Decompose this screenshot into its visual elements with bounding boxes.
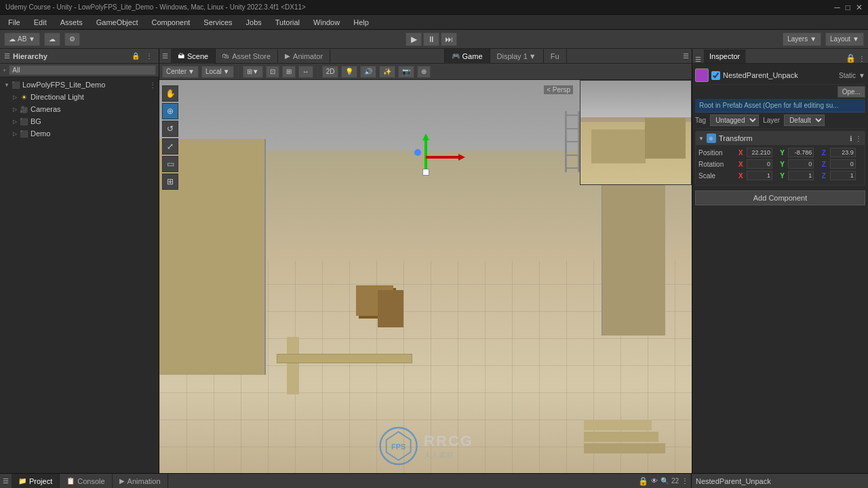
game-scale-btn[interactable]: Fu: [544, 49, 567, 64]
play-btn[interactable]: ▶: [406, 33, 422, 46]
add-hierarchy-btn[interactable]: +: [3, 67, 6, 74]
menu-window[interactable]: Window: [311, 18, 342, 26]
scale-tool[interactable]: ⤢: [162, 138, 178, 155]
step-btn[interactable]: ⏭: [441, 33, 457, 46]
scale-y-input[interactable]: [788, 171, 814, 180]
menu-gameobject[interactable]: GameObject: [94, 18, 141, 26]
2d-btn[interactable]: 2D: [322, 66, 339, 78]
move-tool[interactable]: ↔: [298, 66, 313, 78]
transform-all-tool[interactable]: ⊞: [162, 174, 178, 190]
settings-btn[interactable]: ⚙: [64, 33, 80, 46]
project-lock-icon[interactable]: 🔒: [638, 476, 648, 486]
hierarchy-root-menu[interactable]: ⋮: [149, 81, 156, 89]
tab-animator[interactable]: ▶ Animator: [278, 49, 330, 64]
maximize-btn[interactable]: □: [846, 3, 850, 12]
menu-edit[interactable]: Edit: [31, 18, 50, 26]
pause-btn[interactable]: ⏸: [423, 33, 439, 46]
pos-z-input[interactable]: [830, 148, 856, 157]
transform-header[interactable]: ▼ ⊕ Transform ℹ ⋮: [696, 131, 865, 145]
console-icon: 📋: [66, 477, 75, 485]
layout-dropdown[interactable]: Layout ▼: [825, 33, 864, 46]
rot-y-input[interactable]: [788, 159, 814, 169]
pos-x-input[interactable]: [747, 148, 772, 157]
tag-label-text: Tag: [695, 117, 706, 124]
hierarchy-lock-icon[interactable]: 🔒: [130, 51, 141, 62]
select-tool[interactable]: ⊕: [162, 103, 178, 119]
scene-view[interactable]: < Persp ✋ ⊕ ↺ ⤢ ▭ ⊞: [159, 80, 692, 473]
center-dropdown[interactable]: Center▼: [162, 66, 199, 78]
project-eye-icon[interactable]: 👁: [651, 477, 658, 485]
hierarchy-item-demo[interactable]: ▷ ⬛ Demo: [0, 127, 159, 140]
project-search-icon[interactable]: 🔍: [660, 477, 669, 485]
menu-file[interactable]: File: [5, 18, 23, 26]
tab-game[interactable]: 🎮 Game: [444, 49, 490, 64]
rect-tool[interactable]: ▭: [162, 156, 178, 172]
obj-color-preview[interactable]: [695, 68, 709, 82]
minimize-btn[interactable]: ─: [834, 3, 840, 12]
rotation-row: Rotation X Y Z: [698, 159, 862, 169]
obj-active-checkbox[interactable]: [711, 71, 720, 80]
project-dots-icon[interactable]: ⋮: [682, 477, 688, 485]
menu-help[interactable]: Help: [351, 18, 372, 26]
pos-y-input[interactable]: [788, 148, 814, 157]
center-panel-menu[interactable]: ☰: [680, 52, 692, 60]
static-chevron[interactable]: ▼: [859, 72, 865, 79]
scale-x-input[interactable]: [747, 171, 772, 180]
demo-label: Demo: [31, 129, 50, 138]
inspector-menu-icon[interactable]: ⋮: [859, 55, 865, 62]
layers-dropdown[interactable]: Layers ▼: [783, 33, 821, 46]
scene-cam-btn[interactable]: 📷: [398, 66, 414, 78]
local-dropdown[interactable]: Local▼: [201, 66, 234, 78]
align-btn[interactable]: ⊞: [282, 66, 296, 78]
light-btn[interactable]: 💡: [341, 66, 357, 78]
hierarchy-item-bg[interactable]: ▷ ⬛ BG: [0, 115, 159, 127]
transform-dots-icon[interactable]: ⋮: [855, 135, 862, 142]
scene-background: < Persp ✋ ⊕ ↺ ⤢ ▭ ⊞: [159, 80, 692, 473]
scale-z-axis: Z: [822, 172, 829, 180]
snap-btn[interactable]: ⊡: [266, 66, 279, 78]
hierarchy-panel: ☰ Hierarchy 🔒 ⋮ + ▼ ⬛ LowPolyFPS_Lite_De…: [0, 49, 159, 473]
tab-inspector[interactable]: Inspector: [704, 49, 746, 63]
close-btn[interactable]: ✕: [856, 3, 863, 12]
account-btn[interactable]: ☁ AB ▼: [4, 33, 40, 46]
pos-z-field: Z: [822, 148, 862, 157]
rot-z-input[interactable]: [830, 159, 856, 169]
add-component-btn[interactable]: Add Component: [695, 190, 865, 205]
tab-asset-store[interactable]: 🛍 Asset Store: [216, 49, 278, 64]
open-prefab-btn[interactable]: Ope...: [837, 86, 865, 98]
expand-root-arrow: ▼: [3, 82, 11, 88]
tag-dropdown[interactable]: Untagged: [710, 115, 759, 126]
hierarchy-item-dirlight[interactable]: ▷ ☀ Directional Light: [0, 91, 159, 103]
fx-btn[interactable]: ✨: [379, 66, 395, 78]
tab-console[interactable]: 📋 Console: [60, 474, 112, 489]
hierarchy-root-label: LowPolyFPS_Lite_Demo: [22, 81, 105, 89]
tab-animation[interactable]: ▶ Animation: [113, 474, 168, 489]
scale-x-axis: X: [738, 172, 745, 180]
tab-scene[interactable]: 🏔 Scene: [171, 49, 216, 64]
transform-tools[interactable]: ⊞▼: [243, 66, 263, 78]
scale-z-input[interactable]: [830, 171, 856, 180]
transform-info-icon[interactable]: ℹ: [850, 135, 852, 142]
gizmo-btn[interactable]: ⊕: [417, 66, 431, 78]
inspector-lock-icon[interactable]: 🔒: [846, 54, 856, 63]
tab-project[interactable]: 📁 Project: [12, 474, 60, 489]
audio-btn[interactable]: 🔊: [360, 66, 376, 78]
hand-tool[interactable]: ✋: [162, 85, 178, 102]
asset-store-label: Asset Store: [232, 52, 271, 60]
hierarchy-menu-icon[interactable]: ⋮: [144, 51, 155, 62]
menu-assets[interactable]: Assets: [58, 18, 85, 26]
hierarchy-item-cameras[interactable]: ▷ 🎥 Cameras: [0, 103, 159, 115]
menu-jobs[interactable]: Jobs: [243, 18, 264, 26]
menu-services[interactable]: Services: [201, 18, 235, 26]
rot-x-input[interactable]: [747, 159, 772, 169]
menu-tutorial[interactable]: Tutorial: [273, 18, 302, 26]
cloud-btn[interactable]: ☁: [44, 33, 60, 46]
br-preview-title: NestedParent_Unpack: [696, 477, 771, 485]
layout-chevron-icon: ▼: [852, 35, 859, 43]
layer-dropdown[interactable]: Default: [784, 115, 825, 126]
game-display-btn[interactable]: Display 1 ▼: [490, 49, 544, 64]
rotate-tool[interactable]: ↺: [162, 121, 178, 137]
hierarchy-search-input[interactable]: [9, 65, 156, 75]
hierarchy-item-root[interactable]: ▼ ⬛ LowPolyFPS_Lite_Demo ⋮: [0, 79, 159, 91]
menu-component[interactable]: Component: [149, 18, 193, 26]
